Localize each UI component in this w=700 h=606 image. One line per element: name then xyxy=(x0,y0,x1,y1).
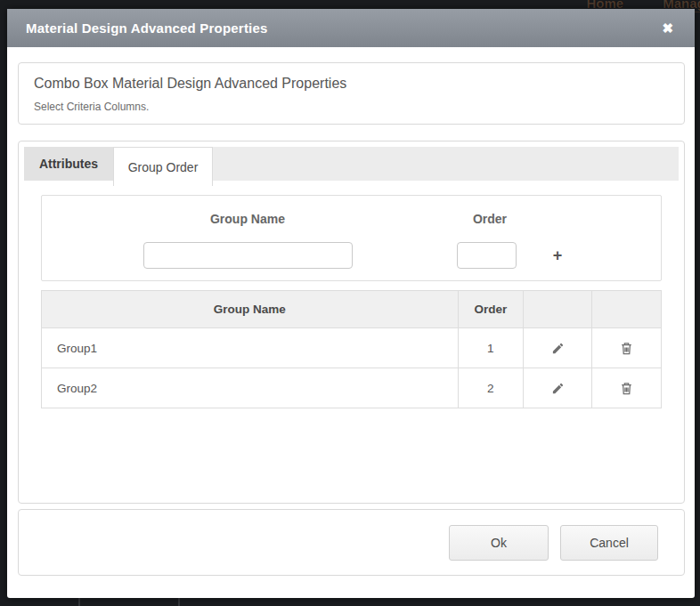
groups-table: Group Name Order Group1 1 xyxy=(41,290,662,408)
add-group-button[interactable]: + xyxy=(546,242,569,269)
delete-button[interactable] xyxy=(616,337,638,359)
header-edit xyxy=(523,291,592,328)
edit-button[interactable] xyxy=(547,337,568,359)
trash-icon xyxy=(619,341,634,356)
tab-attributes[interactable]: Attributes xyxy=(24,147,113,181)
group-name-input[interactable] xyxy=(143,242,353,269)
ok-button[interactable]: Ok xyxy=(449,525,549,561)
dialog-helper-text: Select Criteria Columns. xyxy=(34,101,669,113)
delete-button[interactable] xyxy=(616,377,638,399)
dialog-title: Material Design Advanced Properties xyxy=(26,20,662,36)
tabs-panel: Attributes Group Order Group Name Order … xyxy=(18,141,685,504)
pencil-icon xyxy=(551,342,565,355)
dialog-subtitle: Combo Box Material Design Advanced Prope… xyxy=(34,76,669,92)
background-divider xyxy=(178,598,180,606)
header-delete xyxy=(592,291,662,328)
header-order: Order xyxy=(458,291,523,328)
dialog-footer: Ok Cancel xyxy=(18,509,685,576)
edit-button[interactable] xyxy=(547,377,568,399)
tab-bar: Attributes Group Order xyxy=(24,147,679,181)
table-row: Group2 2 xyxy=(42,368,662,408)
background-divider xyxy=(78,598,80,606)
plus-icon: + xyxy=(553,246,563,265)
header-group-name: Group Name xyxy=(42,291,459,328)
order-input[interactable] xyxy=(457,242,517,269)
tab-attributes-label: Attributes xyxy=(39,157,98,171)
row-group-name: Group2 xyxy=(42,368,459,408)
order-label: Order xyxy=(441,212,539,226)
dialog-description-panel: Combo Box Material Design Advanced Prope… xyxy=(18,62,685,125)
add-group-form: Group Name Order + xyxy=(41,195,662,281)
tab-group-order[interactable]: Group Order xyxy=(113,147,213,186)
table-row: Group1 1 xyxy=(42,328,662,368)
close-icon[interactable]: ✖ xyxy=(662,21,673,35)
group-name-label: Group Name xyxy=(42,212,453,226)
advanced-properties-dialog: Material Design Advanced Properties ✖ Co… xyxy=(7,9,695,598)
table-header-row: Group Name Order xyxy=(42,291,662,328)
row-group-name: Group1 xyxy=(42,328,459,368)
group-order-tab-content: Group Name Order + Group Name Order xyxy=(24,181,679,408)
cancel-button[interactable]: Cancel xyxy=(560,525,658,561)
row-order: 2 xyxy=(458,368,523,408)
trash-icon xyxy=(619,381,634,396)
row-order: 1 xyxy=(458,328,523,368)
dialog-header: Material Design Advanced Properties ✖ xyxy=(7,9,695,47)
pencil-icon xyxy=(551,382,565,395)
tab-group-order-label: Group Order xyxy=(128,160,199,174)
